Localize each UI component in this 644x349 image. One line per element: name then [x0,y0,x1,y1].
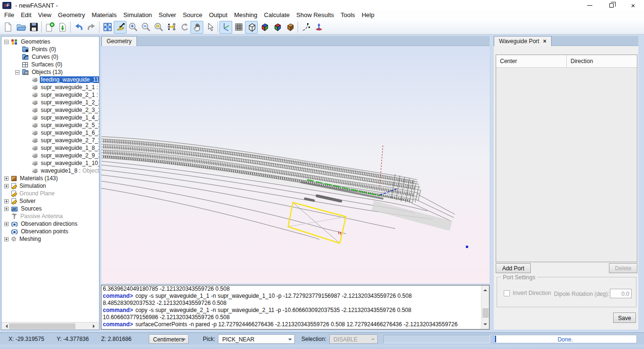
collapse-toggle[interactable] [15,70,19,74]
new-file-button[interactable] [1,21,14,34]
tree-item-supr-waveguide-1-1[interactable]: supr_waveguide_1_1 :O [1,83,99,91]
tree-item-feeding-waveguide[interactable]: feeding_waveguide_11 : [1,76,99,83]
tree-item-supr-waveguide-1-10-1[interactable]: supr_waveguide_1_10_1 [1,159,99,167]
menu-tools[interactable]: Tools [337,10,358,20]
menu-simulation[interactable]: Simulation [120,10,155,20]
tab-waveguide-port[interactable]: Waveguide Port × [494,36,552,46]
tree-item-surfaces[interactable]: Surfaces (0) [1,61,99,68]
rotate-view-button[interactable] [178,21,190,34]
grid-toggle-button[interactable] [232,21,245,34]
add-port-button[interactable]: Add Port [496,263,531,273]
console-line: command>surfaceCornerPoints -n pared -p … [103,321,481,328]
progress-indicator [495,336,496,342]
scroll-left-icon[interactable] [4,324,8,328]
add-geometry-button[interactable] [43,21,56,34]
tree-item-supr-waveguide-2-7-1[interactable]: supr_waveguide_2_7_1 : [1,137,99,144]
axes-toggle-button[interactable] [219,21,232,34]
menu-meshing[interactable]: Meshing [231,10,261,20]
expand-toggle[interactable] [4,237,9,241]
solid-view-button[interactable] [258,21,271,34]
dynamic-view-button[interactable] [165,21,178,34]
perspective-view-button[interactable] [114,21,127,34]
tree-item-supr-waveguide-1-8-1[interactable]: supr_waveguide_1_8_1 : [1,144,99,152]
close-button[interactable]: × [622,0,644,10]
pick-mode-dropdown[interactable]: PICK_NEAR [218,334,295,344]
curve-tools-button[interactable] [299,21,312,34]
tree-item-passive-antenna[interactable]: Passive Antenna [1,212,99,220]
expand-toggle[interactable] [4,222,9,226]
menu-geometry[interactable]: Geometry [54,10,88,20]
tree-item-supr-waveguide-1-4-1[interactable]: supr_waveguide_1_4_1 : [1,114,99,121]
menu-materials[interactable]: Materials [88,10,120,20]
tree-item-curves[interactable]: Curves (0) [1,53,99,61]
command-console[interactable]: 6.3639624049180785 -2.121320343559726 0.… [101,285,490,330]
undo-button[interactable] [72,21,85,34]
expand-toggle[interactable] [4,184,9,188]
tree-item-supr-waveguide-1-6-1[interactable]: supr_waveguide_1_6_1 : [1,129,99,137]
zoom-out-button[interactable] [139,21,152,34]
save-button[interactable] [27,21,40,34]
tree-item-supr-waveguide-2-9-1[interactable]: supr_waveguide_2_9_1 : [1,152,99,159]
delete-port-button[interactable]: Delete [609,263,637,273]
zoom-in-button[interactable] [127,21,139,34]
tree-item-observation-points[interactable]: Observation points [1,228,99,235]
zoom-window-button[interactable] [152,21,165,34]
menu-output[interactable]: Output [206,10,231,20]
redo-button[interactable] [85,21,98,34]
tree-item-geometries[interactable]: Geometries [1,38,99,46]
close-tab-icon[interactable]: × [543,38,546,45]
expand-toggle[interactable] [4,199,9,203]
tree-item-supr-waveguide-2-3-1[interactable]: supr_waveguide_2_3_1 : [1,106,99,114]
tree-item-meshing[interactable]: Meshing [1,235,99,243]
collapse-toggle[interactable] [4,40,9,44]
scroll-down-icon[interactable] [483,323,487,327]
tree-item-solver[interactable]: Solver [1,197,99,205]
menu-file[interactable]: File [1,10,18,20]
invert-direction-checkbox[interactable] [504,290,510,296]
scroll-right-icon[interactable] [93,324,97,328]
tree-item-materials[interactable]: Materials (143) [1,174,99,182]
tree-item-supr-waveguide-2-5-1[interactable]: supr_waveguide_2_5_1 : [1,121,99,129]
tree-item-points[interactable]: Points (0) [1,46,99,53]
tree-item-objects[interactable]: Objects (13) [1,68,99,76]
menu-edit[interactable]: Edit [18,10,35,20]
menu-calculate[interactable]: Calculate [261,10,293,20]
tree-item-supr-waveguide-1-2-1[interactable]: supr_waveguide_1_2_1 : [1,99,99,106]
selection-mode-dropdown[interactable]: DISABLE [329,334,378,344]
tree-item-supr-waveguide-2-1[interactable]: supr_waveguide_2_1 :O [1,91,99,99]
tab-geometry[interactable]: Geometry [101,36,137,46]
tree-item-observation-directions[interactable]: Observation directions [1,220,99,228]
fit-view-button[interactable] [101,21,114,34]
antenna-source-button[interactable] [312,21,325,34]
wireframe-view-button[interactable] [245,21,258,34]
tree-horizontal-scrollbar[interactable] [1,322,99,330]
menu-view[interactable]: View [35,10,54,20]
import-button[interactable] [56,21,69,34]
3d-viewport[interactable] [101,46,490,284]
expand-toggle[interactable] [4,207,9,211]
open-button[interactable] [14,21,27,34]
pan-button[interactable] [190,21,203,34]
expand-toggle[interactable] [4,176,9,181]
menu-source[interactable]: Source [180,10,206,20]
tree-item-waveguide1-8[interactable]: waveguide1_8 :Object [1,167,99,174]
menu-solver[interactable]: Solver [155,10,180,20]
console-vertical-scrollbar[interactable] [481,285,489,329]
menu-help[interactable]: Help [358,10,378,20]
tree-item-ground-plane[interactable]: Ground Plane [1,190,99,197]
textured-view-button[interactable] [283,21,296,34]
scrollbar-thumb[interactable] [482,308,489,318]
scroll-up-icon[interactable] [483,287,487,291]
dipole-rotation-input[interactable]: 0.0 [610,289,632,298]
save-button[interactable]: Save [613,312,636,323]
minimize-button[interactable] [579,0,600,10]
selected-feeding-waveguide[interactable] [288,202,346,243]
tree-item-sources[interactable]: Sources [1,205,99,212]
units-dropdown[interactable]: Centimeters [149,334,189,344]
restore-button[interactable] [600,0,622,10]
scrollbar-thumb[interactable] [9,323,75,329]
select-button[interactable] [203,21,216,34]
menu-show-results[interactable]: Show Results [293,10,337,20]
tree-item-simulation[interactable]: Simulation [1,182,99,190]
solid-edges-view-button[interactable] [271,21,283,34]
